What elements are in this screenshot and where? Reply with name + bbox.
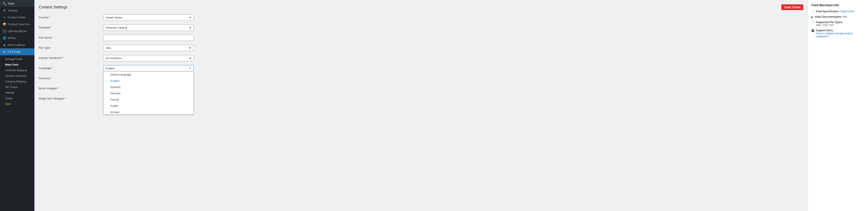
blocks-icon: ⬛ <box>3 29 6 33</box>
file-name-label: File Name* <box>39 35 103 39</box>
right-panel: Feed Merchant Info 📄 Feed Specification:… <box>808 0 868 211</box>
ctx-icon: 🏷 <box>3 50 6 53</box>
support-docs-label: Support Docs: <box>816 29 834 32</box>
page-title: Content Settings <box>39 5 67 9</box>
support-docs-row: ? Support Docs: How to configure google … <box>811 29 865 38</box>
template-control: Pinterest Catalog Google Shopping Facebo… <box>103 25 194 31</box>
form-row-file-name: File Name* <box>39 35 803 41</box>
language-dropdown-trigger[interactable]: English ▼ <box>103 65 194 72</box>
sidebar-sub-settings[interactable]: Settings <box>0 90 34 96</box>
single-item-wrapper-label: Single Item Wrapper* <box>39 96 103 100</box>
sidebar-item-tools[interactable]: 🔧 Tools <box>0 0 34 7</box>
form-row-language: Language* English ▼ Select Language ✓ <box>39 65 803 72</box>
file-type-label: File Type* <box>39 45 103 49</box>
language-selected-value: English <box>106 67 115 70</box>
language-option-german[interactable]: German <box>103 90 193 97</box>
support-docs-link[interactable]: How to configure google product categori… <box>816 32 853 38</box>
sidebar-sub-docs[interactable]: Docs <box>0 101 34 107</box>
sidebar-item-custom-fields[interactable]: ≡ Custom Fields <box>0 14 34 21</box>
feed-spec-link[interactable]: Read Article <box>840 10 854 13</box>
settings-icon: ⚙ <box>3 9 6 12</box>
language-option-spanish[interactable]: Spanish <box>103 84 193 90</box>
country-select[interactable]: United States United Kingdom Canada Aust… <box>103 15 194 21</box>
form-row-include-variations: Include Variations?* All Variations Pare… <box>39 55 803 61</box>
required-marker: * <box>65 97 66 100</box>
pixel-icon: ◈ <box>3 43 6 47</box>
right-panel-title: Feed Merchant Info <box>811 3 865 7</box>
template-select[interactable]: Pinterest Catalog Google Shopping Facebo… <box>103 25 194 31</box>
required-marker: * <box>63 56 64 59</box>
language-option-select[interactable]: Select Language <box>103 72 193 78</box>
currency-label: Currency* <box>39 75 103 80</box>
required-marker: * <box>51 77 52 80</box>
sidebar-sub-attributes-mapping[interactable]: Attributes Mapping <box>0 68 34 73</box>
doc-icon: 📄 <box>811 10 815 13</box>
include-variations-label: Include Variations?* <box>39 55 103 59</box>
center-panel: Content Settings Clear Cache Country* Un… <box>34 0 808 211</box>
sidebar-sub-make-feed[interactable]: Make Feed <box>0 62 34 68</box>
form-row-template: Template* Pinterest Catalog Google Shopp… <box>39 25 803 31</box>
content-settings-header: Content Settings Clear Cache <box>39 4 803 10</box>
video-doc-row: ▶ Video Documentation: N/A <box>811 15 865 19</box>
form-row-file-type: File Type* XML CSV TXT <box>39 45 803 51</box>
question-icon: ? <box>811 29 814 32</box>
required-marker: * <box>51 46 52 49</box>
template-label: Template* <box>39 25 103 29</box>
file-types-row: 📄 Supported File Types: XML, CSV, TXT <box>811 21 865 27</box>
sidebar-item-wpml[interactable]: 🌐 WPML <box>0 34 34 42</box>
content-area: Content Settings Clear Cache Country* Un… <box>34 0 868 211</box>
file-types-icon: 📄 <box>811 21 815 24</box>
required-marker: * <box>52 36 53 39</box>
video-doc-label: Video Documentation: <box>815 15 842 18</box>
video-icon: ▶ <box>811 16 813 19</box>
main-area: Content Settings Clear Cache Country* Un… <box>34 0 868 211</box>
sidebar-item-ctx-feed[interactable]: 🏷 CTX Feed <box>0 48 34 55</box>
language-option-english[interactable]: ✓ English <box>103 78 193 84</box>
file-name-input[interactable] <box>103 35 194 41</box>
language-label: Language* <box>39 65 103 70</box>
required-marker: * <box>49 16 50 19</box>
file-types-label: Supported File Types: <box>816 21 843 24</box>
form-row-country: Country* United States United Kingdom Ca… <box>39 15 803 21</box>
sidebar-item-product-feed-pro[interactable]: 📦 Product Feed Pro <box>0 21 34 28</box>
clear-cache-button[interactable]: Clear Cache <box>781 4 803 10</box>
wpml-icon: 🌐 <box>3 36 6 40</box>
feed-spec-label: Feed Specification: <box>816 10 840 13</box>
file-type-control: XML CSV TXT <box>103 45 194 51</box>
language-option-french[interactable]: French <box>103 97 193 103</box>
country-label: Country* <box>39 15 103 19</box>
sidebar-sub-category-mapping[interactable]: Category Mapping <box>0 79 34 84</box>
sidebar-sub-status[interactable]: Status <box>0 96 34 101</box>
country-control: United States United Kingdom Canada Aust… <box>103 15 194 21</box>
sidebar-item-ultimate-blocks[interactable]: ⬛ Ultimate Blocks <box>0 28 34 34</box>
sidebar-item-pixel-caffeine[interactable]: ◈ Pixel Caffeine <box>0 42 34 48</box>
file-name-control <box>103 35 194 41</box>
file-type-select[interactable]: XML CSV TXT <box>103 45 194 51</box>
feed-spec-row: 📄 Feed Specification: Read Article <box>811 10 865 13</box>
language-option-korean[interactable]: Korean <box>103 109 193 114</box>
wrench-icon: 🔧 <box>3 2 6 5</box>
file-types-value: XML, CSV, TXT <box>816 24 834 27</box>
feed-icon: 📦 <box>3 22 6 26</box>
language-option-arabic[interactable]: Arabic <box>103 103 193 109</box>
check-icon: ✓ <box>106 79 109 82</box>
custom-fields-icon: ≡ <box>3 16 6 19</box>
required-marker: * <box>51 26 52 29</box>
sidebar-sub-manage-feeds[interactable]: Manage Feeds <box>0 56 34 62</box>
required-marker: * <box>52 67 53 70</box>
language-dropdown-list: Select Language ✓ English Spanish <box>103 72 194 114</box>
sidebar: 🔧 Tools ⚙ Settings ≡ Custom Fields 📦 Pro… <box>0 0 34 211</box>
sidebar-sub-wp-orders[interactable]: WP Orders <box>0 84 34 90</box>
ctx-feed-submenu: Manage Feeds Make Feed Attributes Mappin… <box>0 55 34 108</box>
include-variations-select[interactable]: All Variations Parent Only Variations On… <box>103 55 194 61</box>
video-doc-value: N/A <box>843 15 847 18</box>
sidebar-item-settings[interactable]: ⚙ Settings <box>0 7 34 14</box>
include-variations-control: All Variations Parent Only Variations On… <box>103 55 194 61</box>
chevron-down-icon: ▼ <box>189 67 191 70</box>
sidebar-sub-dynamic-attributes[interactable]: Dynamic Attributes <box>0 73 34 79</box>
required-marker: * <box>57 87 59 90</box>
language-dropdown[interactable]: English ▼ Select Language ✓ English <box>103 65 194 72</box>
items-wrapper-label: Items Wrapper* <box>39 85 103 90</box>
